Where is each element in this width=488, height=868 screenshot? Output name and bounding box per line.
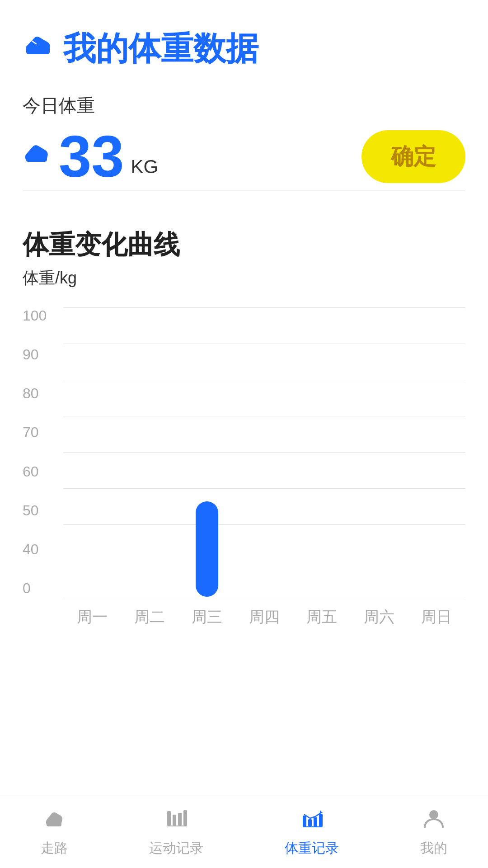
weight-icon [23,139,52,175]
nav-item-walking[interactable]: 走路 [32,802,77,862]
nav-label-weight: 体重记录 [285,839,339,858]
exercise-icon [164,807,188,835]
weight-row: 33 KG 确定 [23,127,465,186]
page-container: 我的体重数据 今日体重 33 KG 确定 体重变化曲线 体重/kg [0,0,488,868]
header: 我的体重数据 [0,0,488,84]
svg-rect-2 [178,813,182,826]
y-label-0: 0 [23,580,59,597]
weight-display: 33 KG [23,127,158,186]
weight-unit: KG [131,156,159,178]
x-label-sat: 周六 [364,607,394,627]
nav-label-walking: 走路 [41,839,68,858]
page-title: 我的体重数据 [63,27,258,71]
grid-line-50 [63,488,465,489]
today-label: 今日体重 [23,93,465,118]
svg-marker-10 [320,810,323,813]
grid-line-60 [63,452,465,453]
chart-wrapper: 100 90 80 70 60 50 40 0 [23,307,465,633]
grid-line-40 [63,524,465,525]
y-label-70: 70 [23,424,59,441]
y-label-80: 80 [23,385,59,402]
svg-point-11 [429,810,438,819]
svg-rect-4 [167,826,187,826]
x-label-tue: 周二 [134,607,165,627]
nav-label-exercise: 运动记录 [149,839,203,858]
today-section: 今日体重 33 KG 确定 [0,84,488,190]
bar-wednesday [196,501,218,597]
grid-line-90 [63,344,465,344]
confirm-button[interactable]: 确定 [361,130,465,183]
x-axis-labels: 周一 周二 周三 周四 周五 周六 周日 [63,601,465,633]
divider [23,190,465,191]
svg-rect-0 [167,811,171,826]
svg-rect-3 [183,810,187,826]
grid-line-0 [63,597,465,597]
y-label-90: 90 [23,346,59,363]
nav-item-weight[interactable]: 体重记录 [276,802,348,862]
y-label-60: 60 [23,463,59,480]
weight-value: 33 [59,127,124,186]
y-axis-labels: 100 90 80 70 60 50 40 0 [23,307,59,597]
svg-rect-7 [314,817,317,826]
svg-rect-9 [303,826,323,827]
weight-record-icon [300,807,324,835]
svg-rect-5 [303,816,306,826]
grid-line-70 [63,416,465,416]
nav-label-mine: 我的 [420,839,447,858]
bar-wednesday-fill [196,501,218,597]
mine-icon [422,807,446,835]
grid-line-80 [63,380,465,380]
chart-title: 体重变化曲线 [23,227,465,263]
walking-icon [42,807,66,835]
x-label-wed: 周三 [192,607,222,627]
svg-rect-8 [319,814,323,826]
grid-line-100 [63,307,465,308]
nav-item-exercise[interactable]: 运动记录 [140,802,212,862]
chart-area: 100 90 80 70 60 50 40 0 [23,307,465,633]
x-label-sun: 周日 [421,607,452,627]
chart-unit-label: 体重/kg [23,267,465,289]
chart-section: 体重变化曲线 体重/kg 100 90 80 70 60 50 40 0 [0,205,488,868]
svg-rect-6 [308,819,312,826]
x-label-thu: 周四 [249,607,280,627]
header-shoe-icon [23,29,54,68]
x-label-fri: 周五 [306,607,337,627]
svg-rect-1 [173,815,176,826]
y-label-50: 50 [23,502,59,519]
chart-grid-area [63,307,465,597]
y-label-40: 40 [23,541,59,558]
nav-item-mine[interactable]: 我的 [411,802,456,862]
bottom-nav: 走路 运动记录 [0,796,488,868]
x-label-mon: 周一 [77,607,108,627]
y-label-100: 100 [23,307,59,324]
